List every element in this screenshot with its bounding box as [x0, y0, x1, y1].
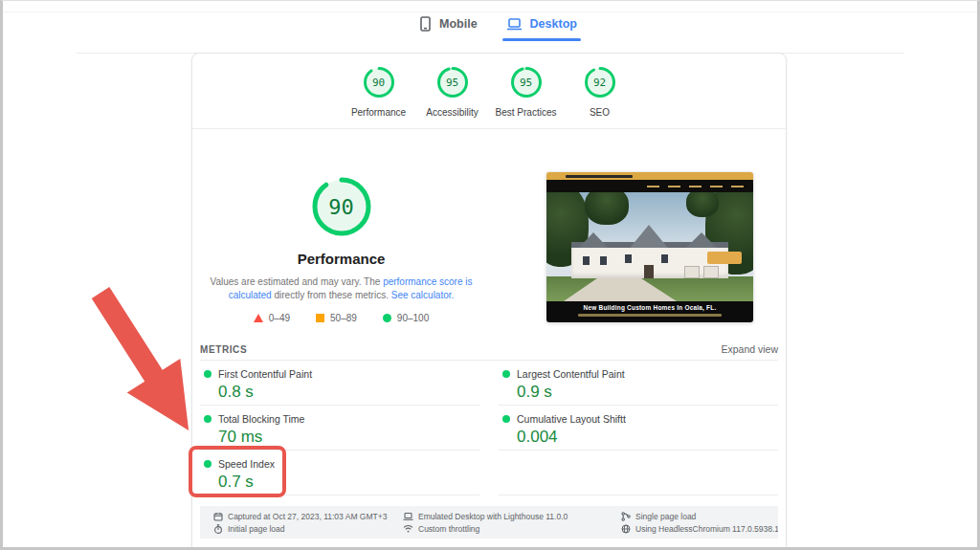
performance-score: 90: [362, 65, 396, 99]
runtime-settings-bar: Captured at Oct 27, 2023, 11:03 AM GMT+3…: [200, 506, 778, 539]
preview-navbar: [546, 180, 753, 192]
category-performance[interactable]: 90 Performance: [342, 65, 415, 118]
legend-pass: 90–100: [383, 313, 429, 323]
tab-mobile[interactable]: Mobile: [419, 16, 478, 41]
laptop-icon: [403, 512, 413, 521]
metric-total-blocking-time: Total Blocking Time 70 ms: [200, 406, 479, 451]
metric-first-contentful-paint: First Contentful Paint 0.8 s: [200, 361, 479, 406]
lighthouse-report-card: 90 Performance 95 Accessibility 95 Best …: [191, 53, 787, 548]
expand-view-button[interactable]: Expand view: [721, 343, 778, 355]
category-accessibility[interactable]: 95 Accessibility: [415, 65, 489, 118]
fcp-value: 0.8 s: [218, 383, 479, 402]
green-dot-icon: [502, 415, 510, 423]
performance-main-gauge: 90: [310, 175, 373, 238]
category-seo[interactable]: 92 SEO: [563, 65, 636, 118]
green-dot-icon: [204, 415, 212, 423]
mobile-phone-icon: [419, 16, 432, 32]
green-dot-icon: [204, 370, 212, 378]
preview-front-door: [644, 265, 654, 278]
wifi-icon: [403, 524, 413, 533]
preview-cta-button: [707, 252, 742, 264]
stopwatch-icon: [213, 524, 223, 534]
site-screenshot-thumbnail[interactable]: New Building Custom Homes In Ocala, FL.: [546, 172, 753, 322]
captured-at: Captured at Oct 27, 2023, 11:03 AM GMT+3: [213, 512, 403, 521]
green-circle-icon: [383, 314, 391, 322]
emulated-device[interactable]: Emulated Desktop with Lighthouse 11.0.0: [403, 512, 621, 521]
device-tabs: Mobile Desktop: [419, 16, 577, 41]
accessibility-label: Accessibility: [426, 107, 478, 118]
preview-logo: [566, 175, 633, 178]
preview-subline: [578, 314, 722, 317]
globe-icon: [621, 524, 631, 534]
legend-average: 50–89: [316, 313, 357, 323]
performance-summary: 90 Performance Values are estimated and …: [192, 128, 490, 323]
red-triangle-icon: [254, 314, 263, 322]
speed-index-value: 0.7 s: [218, 473, 479, 492]
flow-icon: [621, 512, 631, 521]
disclaimer-text-1: Values are estimated and may vary. The: [210, 276, 383, 287]
disclaimer-text-2: directly from these metrics.: [272, 290, 391, 300]
custom-throttling: Custom throttling: [403, 524, 621, 534]
preview-headline: New Building Custom Homes In Ocala, FL.: [546, 304, 753, 311]
performance-label: Performance: [351, 107, 406, 118]
desktop-laptop-icon: [506, 17, 523, 32]
preview-bottombar: New Building Custom Homes In Ocala, FL.: [546, 301, 753, 322]
performance-main-score: 90: [310, 175, 373, 238]
metric-cumulative-layout-shift: Cumulative Layout Shiftt 0.004: [499, 406, 778, 451]
metric-largest-contentful-paint: Largest Contentful Paint 0.9 s: [499, 361, 778, 406]
best-practices-gauge: 95: [509, 65, 544, 99]
performance-gauge: 90: [362, 65, 396, 99]
see-calculator-link[interactable]: See calculator.: [391, 290, 455, 300]
tab-desktop[interactable]: Desktop: [506, 16, 577, 41]
tab-mobile-label: Mobile: [439, 17, 478, 31]
performance-disclaimer: Values are estimated and may vary. The p…: [198, 275, 485, 302]
metric-speed-index: Speed Index 0.7 s: [200, 451, 479, 495]
category-best-practices[interactable]: 95 Best Practices: [489, 65, 563, 118]
metrics-header: METRICS Expand view: [200, 343, 778, 355]
performance-title: Performance: [298, 251, 386, 267]
tab-desktop-label: Desktop: [530, 17, 577, 31]
single-page-load[interactable]: Single page load: [621, 512, 778, 521]
accessibility-gauge: 95: [435, 65, 470, 99]
lcp-value: 0.9 s: [517, 383, 778, 402]
preview-house: [571, 225, 728, 278]
score-legend: 0–49 50–89 90–100: [254, 313, 429, 323]
legend-average-range: 50–89: [330, 313, 357, 323]
seo-gauge: 92: [583, 65, 617, 99]
metrics-grid: First Contentful Paint 0.8 s Largest Con…: [200, 361, 778, 495]
browser-info[interactable]: Using HeadlessChromium 117.0.5938.149 wi…: [621, 524, 778, 534]
best-practices-label: Best Practices: [496, 107, 557, 118]
tbt-value: 70 ms: [218, 428, 479, 447]
initial-page-load: Initial page load: [213, 524, 403, 534]
page-divider: [0, 11, 980, 12]
preview-house-photo: [546, 192, 753, 301]
green-dot-icon: [204, 460, 212, 468]
accessibility-score: 95: [435, 65, 470, 99]
tab-active-underline: [502, 38, 581, 41]
category-scores-row: 90 Performance 95 Accessibility 95 Best …: [192, 65, 786, 118]
seo-label: SEO: [590, 107, 610, 118]
metric-empty-cell: [499, 451, 778, 495]
legend-fail: 0–49: [254, 313, 290, 323]
metrics-heading: METRICS: [200, 344, 247, 355]
green-dot-icon: [502, 370, 510, 378]
orange-square-icon: [316, 314, 324, 322]
best-practices-score: 95: [509, 65, 544, 99]
preview-topbar: [546, 172, 753, 180]
seo-score: 92: [583, 65, 617, 99]
calendar-icon: [213, 512, 223, 521]
legend-fail-range: 0–49: [269, 313, 290, 323]
cls-value: 0.004: [517, 428, 778, 447]
legend-pass-range: 90–100: [397, 313, 429, 323]
